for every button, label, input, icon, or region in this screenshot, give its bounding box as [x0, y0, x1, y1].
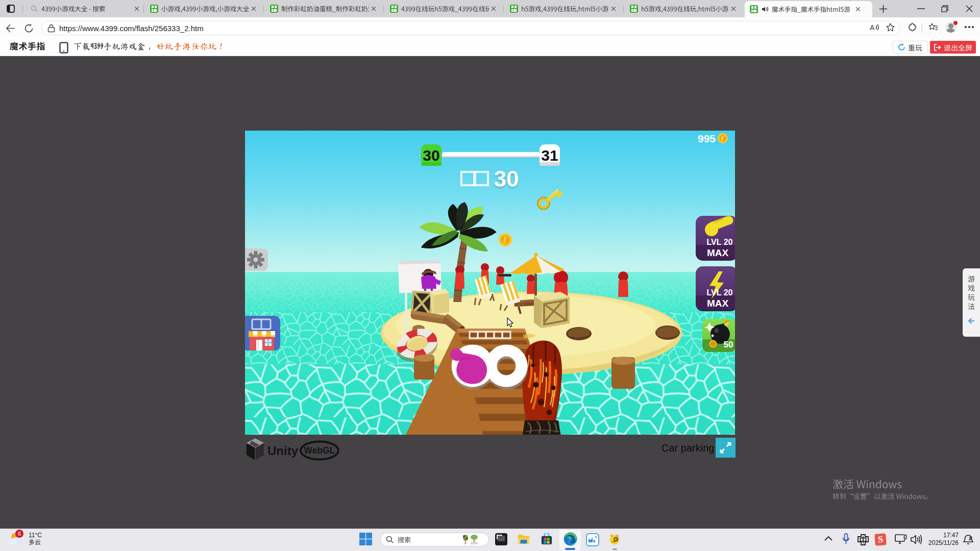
svg-text:30: 30 [423, 147, 439, 164]
svg-text:30: 30 [494, 166, 519, 191]
svg-text:A: A [870, 23, 875, 32]
svg-text:31: 31 [541, 147, 558, 164]
svg-text:LVL 20: LVL 20 [707, 288, 733, 297]
svg-text:MAX: MAX [707, 298, 729, 309]
svg-text:LVL 20: LVL 20 [707, 238, 733, 246]
svg-text:Unity: Unity [267, 444, 299, 458]
svg-text:MAX: MAX [707, 247, 729, 258]
svg-text:995: 995 [698, 133, 716, 144]
svg-text:WebGL: WebGL [304, 445, 335, 456]
svg-text:50: 50 [724, 340, 733, 349]
